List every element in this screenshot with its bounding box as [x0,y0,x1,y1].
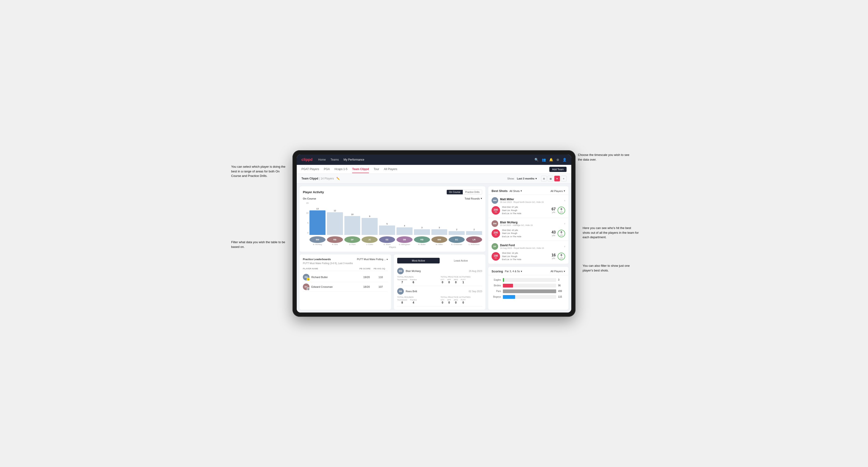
y-axis: 15 10 5 0 [303,202,309,235]
nav-links: Home Teams My Performance [318,157,534,162]
total-rounds-dropdown[interactable]: Total Rounds ▾ [465,197,482,200]
app-col: APP 0 [447,299,451,304]
bar-value: 3 [439,226,440,229]
bar[interactable] [379,225,395,235]
total-practice-section: Total Practice Activities GTT 0 APP 0 AR… [441,276,482,284]
nav-home[interactable]: Home [318,157,326,162]
leaderboard-row[interactable]: EC 2 Edward Crossman 18/20 107 [303,282,388,292]
bar-group: 9 [362,215,378,235]
shot-end-lie: End Lie: In The Hole [502,258,550,261]
total-rounds-label: Total Rounds [397,296,439,299]
grid-view-button[interactable]: ⊞ [541,176,547,181]
tab-pga[interactable]: PGA [324,165,330,173]
user-avatar-icon[interactable]: 👤 [563,158,566,161]
bar[interactable] [309,210,326,235]
team-header: Team Clippd | 14 Players ✏️ Show: Last 3… [297,174,571,184]
shot-row[interactable]: MM Matt Miller 09 Jun 2023 · Royal North… [488,195,568,218]
all-shots-filter[interactable]: All Shots ▾ [509,189,522,192]
shot-player-name: Blair McHarg [500,221,533,224]
arg-val: 0 [454,281,458,284]
shot-player-avatar: DF [492,243,498,250]
scoring-all-players-filter[interactable]: All Players ▾ [551,270,565,273]
bar[interactable] [397,227,412,235]
bar[interactable] [448,231,465,235]
shot-player-sub: 09 Jun 2023 · Royal North Devon GC, Hole… [500,201,544,203]
player-avatar: BM [309,236,326,243]
player-avatar: DB [397,236,412,243]
list-view-button[interactable]: ▦ [548,176,553,181]
player-avatar: EC [448,236,465,243]
activity-date: 26 Aug 2023 [469,270,482,272]
annotation-top-right: Choose the timescale you wish to see the… [578,153,630,162]
bar-value: 12 [334,210,336,212]
player-avatar: DF [344,236,361,243]
tab-hcaps[interactable]: Hcaps 1-5 [335,165,347,173]
tab-all-players[interactable]: All Players [384,165,397,173]
edit-icon[interactable]: ✏️ [336,177,340,180]
users-icon[interactable]: 👥 [542,158,546,161]
shot-info: Shot Dist: 67 yds Start Lie: Rough End L… [502,206,550,215]
scoring-bar-container [503,278,556,282]
leaderboard-dropdown[interactable]: PUTT Must Make Putting ... ▾ [357,258,388,261]
shot-row[interactable]: DF David Ford 24 Aug 2023 · Royal North … [488,241,568,264]
settings-view-button[interactable]: ≡ [561,176,566,181]
shot-badge: 198 SG [492,252,500,261]
bar-group: 10 [344,213,361,235]
total-rounds-label: Total Rounds [397,276,439,278]
shot-row[interactable]: BM Blair McHarg 23 Jul 2023 · Aldridge G… [488,218,568,241]
x-labels-row: B. McHargR. BrittD. FordJ. ColesE. Ebert… [303,243,482,246]
tab-pgat-players[interactable]: PGAT Players [302,165,319,173]
app-val: 0 [447,301,451,304]
bar[interactable] [466,231,482,235]
add-team-button[interactable]: Add Team [549,167,566,172]
card-view-button[interactable]: ♥ [554,176,560,181]
bar[interactable] [362,218,378,235]
activity-player: RB Rees Britt 02 Sep 2023 Total Rounds T… [397,286,482,306]
pb-avg: 107 [374,285,388,288]
scoring-bar-fill [503,284,513,287]
x-label-item: M. Miller [431,243,447,246]
shot-rows: MM Matt Miller 09 Jun 2023 · Royal North… [488,195,568,264]
nav-my-performance[interactable]: My Performance [343,157,364,162]
shot-details: 198 SG Shot Dist: 16 yds Start Lie: Roug… [492,252,565,261]
most-active-tab[interactable]: Most Active [397,258,440,263]
rank-badge: 2 [307,287,310,290]
tournament-col: Tournament 8 [397,299,407,304]
tab-team-clippd[interactable]: Team Clippd [352,165,369,173]
period-dropdown[interactable]: Last 3 months ▾ [517,177,537,180]
bar-group: 2 [448,228,465,235]
shot-zero-unit: yds [560,211,563,213]
practice-val: 6 [410,281,417,284]
bar[interactable] [431,229,447,235]
search-icon[interactable]: 🔍 [534,158,538,161]
plus-circle-icon[interactable]: ⊕ [556,158,559,161]
bell-icon[interactable]: 🔔 [549,158,553,161]
shot-stat-dist: 43 yds [552,230,556,237]
team-controls: Show: Last 3 months ▾ ⊞ ▦ ♥ ≡ [507,176,566,181]
all-players-filter[interactable]: All Players ▾ [551,189,565,192]
leaderboard-table-header: PLAYER NAME PB SCORE PB AVG SQ [303,267,388,271]
bar[interactable] [414,229,430,235]
shot-stat-zero: 0 yds [558,207,565,214]
rounds-row: Tournament 7 Practice 6 [397,279,439,284]
x-label-item: B. McHarg [309,243,326,246]
shot-stat-dist: 16 yds [552,253,556,259]
scoring-row: Eagles 3 [492,278,565,282]
nav-teams[interactable]: Teams [331,157,339,162]
bar[interactable] [327,212,343,235]
left-panel: Player Activity On Course Practice Drill… [300,186,486,310]
least-active-tab[interactable]: Least Active [440,258,482,263]
leaderboard-row[interactable]: RB 1 Richard Butler 19/20 110 [303,272,388,282]
annotation-left-bottom: Filter what data you wish the table to b… [231,240,288,249]
scoring-row-count: 3 [558,279,565,281]
tab-tour[interactable]: Tour [374,165,379,173]
bar[interactable] [344,216,361,235]
practice-drills-toggle[interactable]: Practice Drills [463,190,482,194]
on-course-toggle[interactable]: On Course [447,190,463,194]
scoring-row-count: 499 [558,290,565,292]
bar-group: 13 [309,208,326,235]
shot-details: 200 SG Shot Dist: 67 yds Start Lie: Roug… [492,206,565,215]
sub-nav: PGAT Players PGA Hcaps 1-5 Team Clippd T… [297,165,571,174]
arg-label: ARG [454,299,458,301]
scoring-filter[interactable]: Par 3, 4 & 5s ▾ [505,270,522,273]
